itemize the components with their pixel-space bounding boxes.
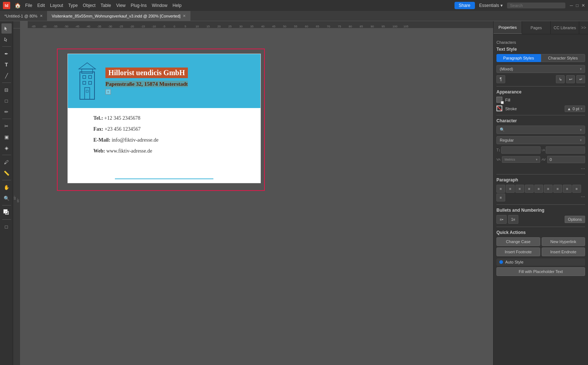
menu-type[interactable]: Type [68, 3, 78, 8]
panel-tab-properties[interactable]: Properties [494, 21, 522, 34]
auto-style-label: Auto Style [505, 260, 523, 264]
tool-shape[interactable]: □ [1, 96, 12, 106]
pilcrow-icon[interactable]: ¶ [496, 75, 505, 83]
stroke-label[interactable]: Stroke [505, 107, 562, 111]
card-footer [68, 178, 260, 179]
insert-footnote-btn[interactable]: Insert Footnote [496, 247, 540, 256]
fill-placeholder-btn[interactable]: Fill with Placeholder Text [496, 267, 585, 276]
contact-web: Web: www.fiktiv-adresse.de [93, 148, 235, 154]
tool-pencil[interactable]: ✏ [1, 107, 12, 117]
style-icon-3[interactable]: ↵ [576, 75, 585, 83]
menu-edit[interactable]: Edit [37, 3, 45, 8]
menu-object[interactable]: Object [83, 3, 96, 8]
menu-file[interactable]: File [25, 3, 32, 8]
character-title: Character [496, 118, 585, 123]
font-size-icon: T↕ [496, 148, 500, 152]
maximize-btn[interactable]: □ [576, 3, 579, 8]
align-justify-last-left-btn[interactable]: ≡ [534, 185, 543, 193]
align-justify-all-btn[interactable]: ≡ [563, 185, 572, 193]
search-input[interactable] [507, 3, 565, 8]
tool-type[interactable]: T [1, 59, 12, 70]
properties-content: Characters Text Style Paragraph Styles C… [494, 34, 588, 365]
panel-expand-btn[interactable]: >> [579, 21, 588, 34]
panel-tab-pages[interactable]: Pages [522, 21, 550, 34]
style-icon-1[interactable]: ↳ [556, 75, 565, 83]
tool-gradient[interactable]: ▣ [1, 132, 12, 142]
tool-scissors[interactable]: ✂ [1, 121, 12, 131]
menu-table[interactable]: Table [101, 3, 111, 8]
tool-zoom[interactable]: 🔍 [1, 193, 12, 203]
tool-measure[interactable]: 📏 [1, 168, 12, 178]
tab-close-visitenkarte[interactable]: ✕ [183, 14, 186, 18]
tool-line[interactable]: ╱ [1, 70, 12, 81]
character-styles-btn[interactable]: Character Styles [541, 54, 585, 62]
window-controls: ─ □ ✕ [570, 3, 585, 8]
font-size-field[interactable] [501, 146, 541, 154]
bullets-title: Bullets and Numbering [496, 208, 585, 213]
character-more-btn[interactable]: ··· [581, 165, 585, 171]
menu-layout[interactable]: Layout [50, 3, 63, 8]
insert-endnote-btn[interactable]: Insert Endnote [542, 247, 585, 256]
kerning-field[interactable]: 0 [547, 156, 585, 163]
unordered-list-btn[interactable]: ≡• [496, 215, 507, 224]
leading-field[interactable] [546, 146, 585, 154]
tab-untitled[interactable]: *Untitled-1 @ 80% ✕ [0, 11, 47, 21]
tool-eyedropper[interactable]: 🖊 [1, 157, 12, 167]
tab-visitenkarte[interactable]: Visitenkarte_85x55mm_Wohnungsverkauf_v3.… [47, 11, 190, 21]
divider-2 [496, 115, 585, 115]
tool-preview[interactable]: □ [1, 222, 12, 232]
align-center-btn[interactable]: ≡ [506, 185, 515, 193]
align-left-btn[interactable]: ≡ [496, 185, 505, 193]
divider-3 [496, 174, 585, 174]
tool-gradient-feather[interactable]: ◈ [1, 143, 12, 153]
align-right-btn[interactable]: ≡ [515, 185, 524, 193]
canvas-wrapper[interactable]: Hillorist uendicis GmbH Papenstraße 32, … [20, 28, 493, 365]
paragraph-styles-btn[interactable]: Paragraph Styles [496, 54, 541, 62]
style-dropdown[interactable]: (Mixed) ▾ [496, 65, 585, 73]
close-btn[interactable]: ✕ [581, 3, 585, 8]
essentials-button[interactable]: Essentials ▾ [479, 3, 503, 8]
minimize-btn[interactable]: ─ [570, 3, 573, 8]
card-white: Hillorist uendicis GmbH Papenstraße 32, … [67, 54, 261, 183]
new-hyperlink-btn[interactable]: New Hyperlink [542, 237, 585, 246]
style-icon-2[interactable]: ↩ [566, 75, 575, 83]
menu-plugins[interactable]: Plug-Ins [131, 3, 147, 8]
company-name: Hillorist uendicis GmbH [105, 68, 188, 78]
tool-hand[interactable]: ✋ [1, 182, 12, 192]
change-case-btn[interactable]: Change Case [496, 237, 540, 246]
tool-fill-stroke[interactable] [1, 207, 12, 218]
menu-view[interactable]: View [116, 3, 125, 8]
align-justify-last-right-btn[interactable]: ≡ [553, 185, 562, 193]
card-outer-frame: Hillorist uendicis GmbH Papenstraße 32, … [57, 49, 265, 191]
menu-help[interactable]: Help [173, 3, 182, 8]
align-justify-last-center-btn[interactable]: ≡ [544, 185, 553, 193]
ruler-row: -65 -60 -55 -50 -45 -40 -35 -30 -25 -20 … [13, 21, 493, 28]
align-away-spine-btn[interactable]: ≡ [496, 193, 505, 201]
tool-pen[interactable]: ✒ [1, 49, 12, 59]
home-icon[interactable]: 🏠 [15, 3, 21, 8]
leading-input[interactable] [548, 148, 583, 152]
tracking-field[interactable]: Metrics ▾ [502, 156, 540, 163]
tool-frame[interactable]: ⊟ [1, 85, 12, 95]
appearance-title: Appearance [496, 89, 585, 95]
tab-close-untitled[interactable]: ✕ [40, 14, 43, 18]
ordered-list-btn[interactable]: 1≡ [508, 215, 518, 224]
bullets-options-btn[interactable]: Options [565, 216, 585, 223]
tool-direct-select[interactable] [1, 34, 12, 45]
fill-label[interactable]: Fill [505, 98, 585, 102]
svg-rect-5 [85, 88, 90, 99]
font-style-dropdown[interactable]: Regular ▾ [496, 136, 585, 144]
font-metrics-row: T↕ ↕A [496, 146, 585, 154]
panel-tab-cc-libraries[interactable]: CC Libraries [551, 21, 579, 34]
font-size-input[interactable] [504, 148, 538, 152]
tool-select[interactable] [1, 23, 12, 34]
stroke-value[interactable]: ▲ 0 pt ▾ [565, 105, 585, 112]
align-justify-btn[interactable]: ≡ [525, 185, 534, 193]
align-towards-spine-btn[interactable]: ≡ [572, 185, 581, 193]
share-button[interactable]: Share [454, 2, 475, 9]
font-dropdown[interactable]: 🔍 ▾ [496, 126, 585, 134]
tool-separator-5 [2, 180, 11, 180]
menu-window[interactable]: Window [152, 3, 167, 8]
paragraph-more-btn[interactable]: ··· [581, 193, 585, 201]
quick-actions-title: Quick Actions [496, 230, 585, 235]
